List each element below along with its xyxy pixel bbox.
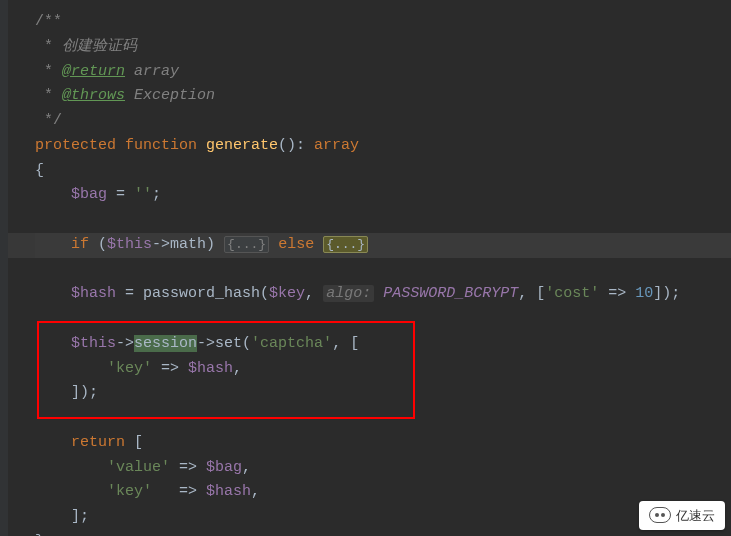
code-editor-content: /** * 创建验证码 * @return array * @throws Ex… bbox=[0, 0, 731, 536]
code-line: 'value' => $bag, bbox=[35, 456, 731, 481]
code-fold-icon[interactable]: {...} bbox=[224, 236, 269, 253]
code-line: } bbox=[35, 530, 731, 536]
code-line bbox=[35, 208, 731, 233]
code-line: $this->session->set('captcha', [ bbox=[35, 332, 731, 357]
code-line bbox=[35, 258, 731, 283]
code-line bbox=[35, 406, 731, 431]
code-line: $hash = password_hash($key, algo: PASSWO… bbox=[35, 282, 731, 307]
code-line: 'key' => $hash, bbox=[35, 480, 731, 505]
code-line: $bag = ''; bbox=[35, 183, 731, 208]
cloud-icon bbox=[649, 507, 671, 523]
code-line: ]); bbox=[35, 381, 731, 406]
code-line: 'key' => $hash, bbox=[35, 357, 731, 382]
code-line: { bbox=[35, 159, 731, 184]
parameter-hint: algo: bbox=[323, 285, 374, 302]
code-line: ]; bbox=[35, 505, 731, 530]
code-fold-icon[interactable]: {...} bbox=[323, 236, 368, 253]
code-line: /** bbox=[35, 10, 731, 35]
selected-text: session bbox=[134, 335, 197, 352]
code-line-highlighted: if ($this->math) {...} else {...} bbox=[35, 233, 731, 258]
code-line: return [ bbox=[35, 431, 731, 456]
watermark-badge: 亿速云 bbox=[639, 501, 725, 530]
code-line bbox=[35, 307, 731, 332]
code-line: */ bbox=[35, 109, 731, 134]
code-line: * 创建验证码 bbox=[35, 35, 731, 60]
code-line: protected function generate(): array bbox=[35, 134, 731, 159]
code-line: * @return array bbox=[35, 60, 731, 85]
code-line: * @throws Exception bbox=[35, 84, 731, 109]
watermark-text: 亿速云 bbox=[676, 505, 715, 526]
